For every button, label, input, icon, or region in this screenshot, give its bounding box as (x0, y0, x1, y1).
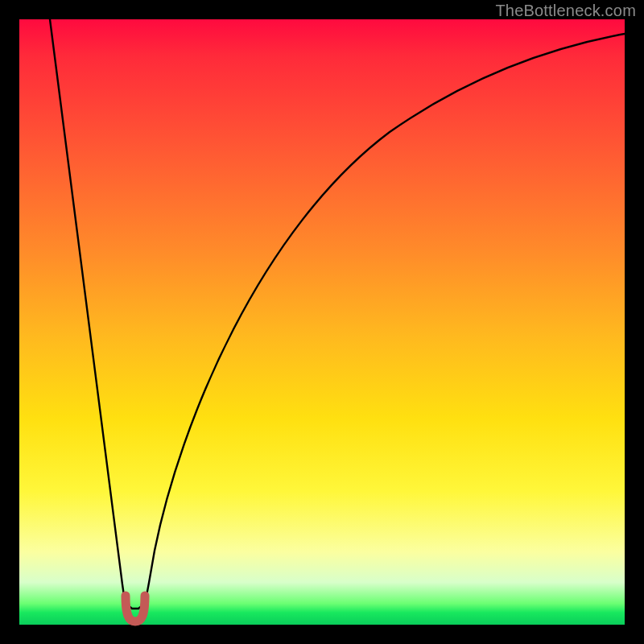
bottleneck-curve (50, 19, 625, 609)
watermark-text: TheBottleneck.com (495, 2, 636, 20)
curve-layer (19, 19, 625, 625)
plot-area (19, 19, 625, 625)
chart-stage: TheBottleneck.com (0, 0, 644, 644)
